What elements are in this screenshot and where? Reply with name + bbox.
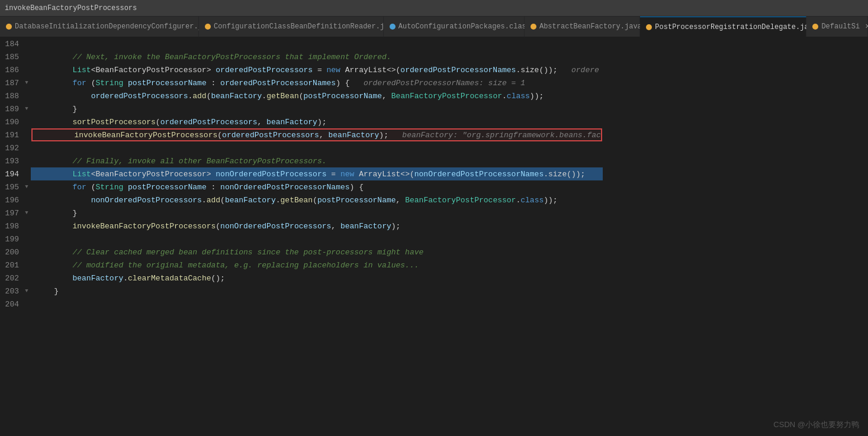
code-token (37, 131, 74, 140)
code-token: . (502, 92, 507, 101)
tab-tab1[interactable]: DatabaseInitializationDependencyConfigur… (0, 17, 199, 37)
gutter-row: 198 (0, 219, 31, 232)
title-text: invokeBeanFactoryPostProcessors (5, 4, 137, 12)
gutter-row: 204 (0, 298, 31, 311)
code-token: postProcessorName (317, 196, 396, 205)
tab-tab3[interactable]: AutoConfigurationPackages.class× (384, 17, 525, 37)
tab-label: PostProcessorRegistrationDelegate.java (655, 23, 817, 31)
code-token: nonOrderedPostProcessorNames (414, 170, 544, 179)
code-line: for (String postProcessorName : orderedP… (31, 76, 603, 89)
code-token: , (258, 118, 267, 127)
gutter-row: 192 (0, 141, 31, 154)
tab-tab6[interactable]: DefaultSi× (806, 17, 868, 37)
code-token: getBean (281, 196, 313, 205)
code-token: orderedPostProcessorNames (400, 66, 516, 75)
fold-indicator[interactable]: ▼ (22, 288, 31, 294)
code-token: nonOrderedPostProcessors (91, 196, 202, 205)
fold-indicator[interactable]: ▼ (22, 106, 31, 112)
line-number: 204 (0, 300, 22, 309)
code-token: : (207, 79, 220, 88)
gutter-row: 199 (0, 232, 31, 246)
line-number: 184 (0, 40, 22, 49)
code-token: beanFactory (340, 222, 391, 231)
tab-label: AbstractBeanFactory.java (539, 22, 642, 31)
code-token: , (319, 131, 329, 140)
code-token: ordere (558, 66, 599, 75)
fold-indicator[interactable]: ▼ (22, 80, 31, 86)
tab-tab5[interactable]: PostProcessorRegistrationDelegate.java× (640, 17, 806, 37)
gutter-row: 202 (0, 272, 31, 285)
code-token (123, 79, 128, 88)
code-token: ) { (336, 79, 349, 88)
code-token (36, 118, 72, 127)
code-token: postProcessorName (304, 92, 382, 101)
code-line (31, 232, 603, 246)
code-token: . (516, 196, 520, 205)
code-token: ); (379, 131, 388, 140)
code-line: invokeBeanFactoryPostProcessors(orderedP… (31, 128, 602, 141)
tab-icon (6, 24, 12, 30)
code-token: <BeanFactoryPostProcessor> (91, 170, 216, 179)
line-number: 185 (0, 53, 22, 62)
code-token: sortPostProcessors (72, 118, 155, 127)
code-token: . (188, 92, 192, 101)
code-token (36, 222, 72, 231)
code-token: orderedPostProcessorNames: size = 1 (350, 79, 525, 88)
code-token: invokeBeanFactoryPostProcessors (72, 222, 216, 231)
code-line: sortPostProcessors(orderedPostProcessors… (31, 115, 603, 128)
line-number: 186 (0, 66, 22, 75)
line-number: 201 (0, 261, 22, 270)
code-token: .size()); (516, 66, 557, 75)
code-token: String (95, 79, 123, 88)
line-number: 191 (0, 131, 22, 140)
code-token: add (192, 92, 206, 101)
fold-indicator[interactable]: ▼ (22, 210, 31, 216)
code-token: ( (216, 222, 220, 231)
scrollbar[interactable] (603, 37, 609, 436)
tab-tab4[interactable]: AbstractBeanFactory.java× (525, 17, 640, 37)
code-token: add (207, 196, 220, 205)
code-line: // Next, invoke the BeanFactoryPostProce… (31, 50, 603, 63)
code-token: . (276, 196, 281, 205)
line-number: 190 (0, 118, 22, 127)
tab-icon (812, 24, 818, 30)
tab-icon (531, 24, 536, 30)
gutter-row: 201 (0, 259, 31, 272)
line-number: 197 (0, 209, 22, 218)
comment-text: // modified the original metadata, e.g. … (36, 261, 419, 270)
line-number: 188 (0, 92, 22, 101)
code-token: postProcessorName (128, 79, 207, 88)
code-token (36, 92, 91, 101)
code-line: // modified the original metadata, e.g. … (31, 259, 603, 272)
comment-text: // Finally, invoke all other BeanFactory… (36, 157, 326, 166)
code-line: } (31, 285, 603, 298)
code-token: BeanFactoryPostProcessor (391, 92, 502, 101)
code-token: nonOrderedPostProcessors (216, 170, 326, 179)
code-line: for (String postProcessorName : nonOrder… (31, 180, 603, 193)
gutter-row: 184 (0, 37, 31, 50)
fold-indicator[interactable]: ▼ (22, 184, 31, 190)
tab-bar[interactable]: DatabaseInitializationDependencyConfigur… (0, 17, 868, 37)
code-token: orderedPostProcessors (222, 131, 319, 140)
watermark: CSDN @小徐也要努力鸭 (773, 419, 859, 430)
code-token: . (202, 196, 207, 205)
gutter-row: 196 (0, 193, 31, 206)
code-token: . (123, 274, 128, 283)
gutter-row: 185 (0, 50, 31, 63)
gutter-row: 186 (0, 63, 31, 76)
code-line: } (31, 102, 603, 115)
gutter-row: 187▼ (0, 76, 31, 89)
code-line: invokeBeanFactoryPostProcessors(nonOrder… (31, 219, 603, 232)
code-token: . (262, 92, 266, 101)
tab-label: DatabaseInitializationDependencyConfigur… (15, 22, 215, 31)
code-token: for (72, 183, 86, 192)
code-token: (); (211, 274, 225, 283)
code-token: orderedPostProcessors (91, 92, 188, 101)
code-token: BeanFactoryPostProcessor (405, 196, 516, 205)
line-number: 199 (0, 235, 22, 244)
tab-tab2[interactable]: ConfigurationClassBeanDefinitionReader.j… (199, 17, 384, 37)
comment-text: // Clear cached merged bean definitions … (36, 248, 423, 257)
code-token: class (507, 92, 530, 101)
close-icon[interactable]: × (865, 22, 868, 31)
title-bar: invokeBeanFactoryPostProcessors (0, 0, 868, 17)
